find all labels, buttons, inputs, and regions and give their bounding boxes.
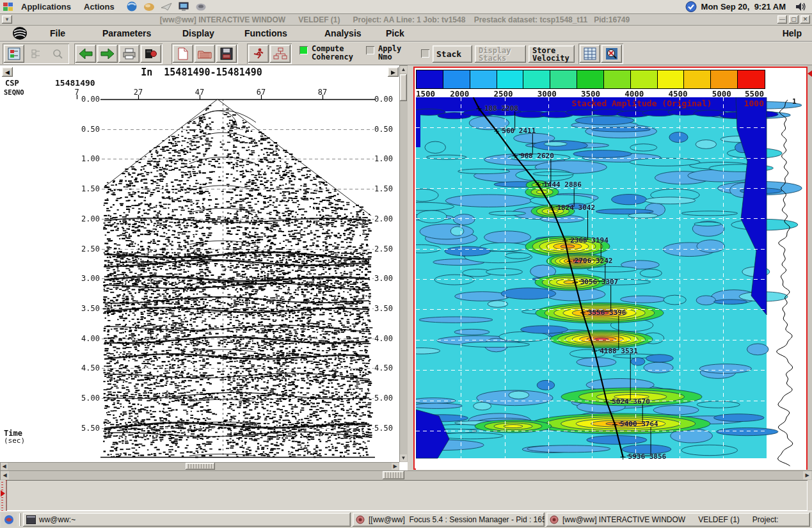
flow-chart-button[interactable] — [270, 45, 291, 63]
desktop-top-panel: Applications Actions Mon Sep 20, 9:21 AM — [0, 0, 812, 14]
main-hscroll-thumb[interactable] — [383, 471, 404, 479]
time-tick-right: 2.00 — [374, 214, 402, 223]
new-file-button[interactable] — [173, 45, 193, 63]
actions-menu[interactable]: Actions — [77, 2, 121, 12]
menu-analysis[interactable]: Analysis — [324, 28, 362, 38]
forward-button[interactable] — [97, 45, 118, 63]
window-titlebar[interactable]: ▾ [ww@ww] INTERACTIVE WINDOW VELDEF (1) … — [0, 14, 812, 26]
display-stacks-button: DisplayStacks — [475, 45, 526, 63]
hscroll-thumb[interactable] — [186, 463, 215, 470]
menu-pick[interactable]: Pick — [386, 28, 404, 38]
maximize-button[interactable]: ▢ — [789, 15, 799, 24]
pick-label[interactable]: 968 2620 — [520, 152, 554, 160]
print-button[interactable] — [119, 45, 139, 63]
compute-coherency-checkbox[interactable] — [299, 46, 308, 54]
pick-label[interactable]: 188 2208 — [484, 104, 518, 113]
menu-functions[interactable]: Functions — [244, 28, 287, 38]
pick-label[interactable]: 2706 3242 — [575, 257, 613, 265]
pick-label[interactable]: 1444 2886 — [543, 180, 582, 189]
task-button-list: ww@ww:~[[ww@ww] Focus 5.4 : Session Mana… — [21, 513, 812, 527]
semblance-overlay-title: Stacked Amplitude (Original) — [536, 99, 747, 108]
time-tick-left: 4.50 — [72, 364, 100, 372]
back-button[interactable] — [76, 45, 96, 63]
gather-prev-button[interactable]: ◀ — [2, 67, 13, 77]
gather-horizontal-scrollbar[interactable]: ◀ ▶ — [0, 462, 399, 470]
menu-display[interactable]: Display — [182, 28, 214, 38]
workspace-switcher-icon[interactable] — [1, 513, 17, 527]
run-job-button[interactable] — [248, 45, 269, 63]
clock-applet-icon[interactable] — [685, 1, 697, 12]
pick-label[interactable]: 560 2411 — [502, 127, 536, 135]
colorbar-cell — [443, 70, 470, 88]
stack-checkbox[interactable] — [421, 49, 429, 58]
snapshot-button[interactable] — [141, 45, 161, 63]
pick-label[interactable]: 1824 3042 — [557, 204, 595, 212]
scroll-left-icon[interactable]: ◀ — [1, 463, 8, 470]
colorbar-cell — [711, 70, 738, 88]
colorbar-cell — [523, 70, 550, 88]
stack-button[interactable]: Stack — [433, 45, 472, 63]
apply-nmo-label-2: Nmo — [378, 53, 401, 61]
task-button[interactable]: [ww@ww] INTERACTIVE WINDOW VELDEF (1) Pr… — [546, 513, 810, 527]
pick-label[interactable]: 5936 3856 — [628, 452, 667, 461]
menu-file[interactable]: File — [50, 28, 65, 38]
right-edge-strip — [808, 65, 812, 470]
window-title: [ww@ww] INTERACTIVE WINDOW VELDEF (1) Pr… — [12, 15, 777, 24]
time-tick-right: 4.00 — [374, 334, 402, 343]
files-launcher-icon[interactable] — [143, 1, 155, 12]
time-tick-right: 1.00 — [374, 154, 402, 163]
semblance-overlay-value: 1000 — [735, 99, 764, 108]
main-horizontal-scrollbar[interactable]: ◀ ▶ — [0, 470, 812, 480]
semblance-panel: 150020002500300035004000450050005500 Sta… — [413, 67, 808, 470]
tool-launcher-icon[interactable] — [195, 1, 207, 12]
task-button[interactable]: ww@ww:~ — [23, 513, 351, 527]
pane-marker-icon[interactable] — [808, 70, 812, 77]
menu-help[interactable]: Help — [783, 28, 802, 38]
gather-vertical-scrollbar[interactable]: ▲ ▼ — [399, 65, 408, 462]
volume-icon[interactable] — [795, 1, 807, 12]
close-button[interactable]: ✕ — [800, 15, 810, 24]
pick-label[interactable]: 5024 3670 — [612, 397, 650, 406]
browser-launcher-icon[interactable] — [126, 1, 138, 12]
applications-menu[interactable]: Applications — [15, 2, 77, 12]
panel-divider[interactable] — [408, 65, 413, 470]
pick-label[interactable]: 3556 3396 — [588, 308, 626, 317]
colorbar-cell — [738, 70, 765, 88]
job-setup-disabled-button — [26, 45, 46, 63]
save-button[interactable] — [216, 45, 237, 63]
apply-nmo-checkbox[interactable] — [366, 46, 374, 54]
apply-nmo-control: ApplyNmo — [366, 45, 401, 61]
gather-plot[interactable] — [0, 65, 399, 462]
vscroll-thumb[interactable] — [400, 74, 407, 101]
pick-label[interactable]: 4188 3531 — [600, 347, 638, 355]
open-folder-button[interactable] — [195, 45, 215, 63]
pick-label[interactable]: 3056 3307 — [580, 278, 619, 286]
applications-menu-icon[interactable] — [3, 1, 15, 12]
message-area-handle[interactable] — [0, 480, 6, 511]
clock-text[interactable]: Mon Sep 20, 9:21 AM — [701, 2, 786, 12]
mail-launcher-icon[interactable] — [161, 1, 173, 12]
pick-label[interactable]: 2368 3194 — [570, 236, 609, 244]
computer-launcher-icon[interactable] — [178, 1, 190, 12]
scroll-right-icon[interactable]: ▶ — [392, 463, 399, 470]
time-tick-right: 4.50 — [374, 364, 402, 372]
gather-next-button[interactable]: ▶ — [388, 67, 399, 77]
colorbar-cell — [631, 70, 658, 88]
scroll-down-icon[interactable]: ▼ — [400, 454, 407, 461]
main-scroll-right-icon[interactable]: ▶ — [803, 471, 811, 479]
job-setup-button[interactable] — [4, 45, 24, 63]
colorbar-cell — [497, 70, 524, 88]
window-menu-button[interactable]: ▾ — [2, 15, 12, 24]
menu-parameters[interactable]: Parameters — [102, 28, 151, 38]
minimize-button[interactable]: — — [777, 15, 787, 24]
zoom-inspect-button[interactable] — [601, 45, 622, 63]
store-velocity-button[interactable]: StoreVelocity — [529, 45, 575, 63]
scroll-up-icon[interactable]: ▲ — [400, 66, 407, 73]
desktop: Applications Actions Mon Sep 20, 9:21 AM… — [0, 0, 812, 528]
table-button[interactable] — [580, 45, 600, 63]
time-tick-left: 3.50 — [72, 304, 100, 313]
toolbar-group-nav — [74, 44, 163, 64]
pick-label[interactable]: 5400 3764 — [620, 420, 658, 428]
task-button[interactable]: [[ww@ww] Focus 5.4 : Session Manager - P… — [353, 513, 545, 527]
main-scroll-left-icon[interactable]: ◀ — [1, 471, 9, 479]
